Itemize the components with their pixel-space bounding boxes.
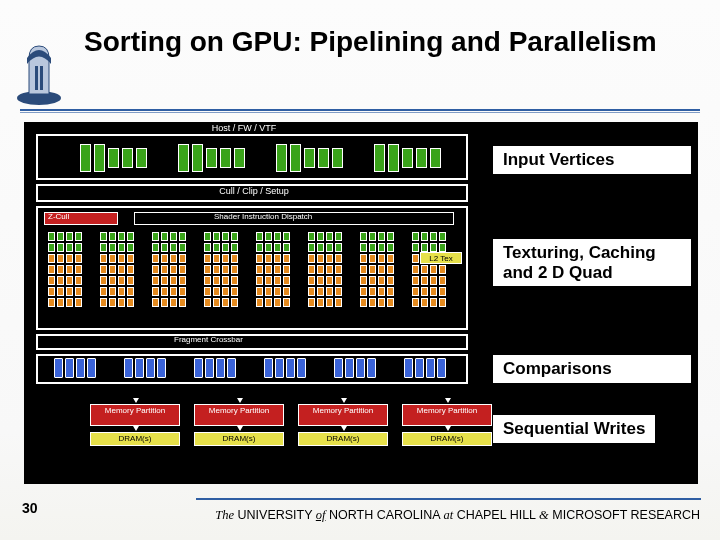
zcull-label: Z-Cull	[48, 212, 69, 221]
shader-cluster	[152, 232, 198, 324]
gpu-pipeline-diagram: Host / FW / VTF Cull / Clip / Setup Z-Cu…	[24, 122, 698, 484]
vertex-group	[276, 144, 343, 174]
shader-cluster	[100, 232, 146, 324]
shader-cluster	[256, 232, 302, 324]
fragment-crossbar-label: Fragment Crossbar	[174, 335, 243, 344]
cull-label: Cull / Clip / Setup	[164, 186, 344, 196]
footer-word: UNIVERSITY	[238, 508, 313, 522]
host-label: Host / FW / VTF	[144, 123, 344, 133]
rop-group	[394, 358, 456, 380]
memory-partition-label: Memory Partition	[298, 407, 388, 415]
rop-group	[114, 358, 176, 380]
footer-rule	[196, 498, 701, 500]
vertex-group	[178, 144, 245, 174]
callout-comparisons: Comparisons	[492, 354, 692, 384]
memory-partition-label: Memory Partition	[402, 407, 492, 415]
callout-input-vertices: Input Vertices	[492, 145, 692, 175]
vertex-group	[374, 144, 441, 174]
callout-sequential-writes: Sequential Writes	[486, 414, 692, 444]
title-rule	[20, 109, 700, 111]
shader-dispatch-label: Shader Instruction Dispatch	[214, 212, 312, 221]
footer-word: MICROSOFT RESEARCH	[552, 508, 700, 522]
shader-cluster	[360, 232, 406, 324]
footer-attribution: The UNIVERSITY of NORTH CAROLINA at CHAP…	[160, 508, 700, 523]
rop-group	[184, 358, 246, 380]
shader-cluster	[48, 232, 94, 324]
rop-group	[44, 358, 106, 380]
footer-word: NORTH CAROLINA	[329, 508, 440, 522]
memory-partition: Memory Partition DRAM(s)	[194, 404, 284, 446]
memory-partition: Memory Partition DRAM(s)	[90, 404, 180, 446]
dram-label: DRAM(s)	[402, 434, 492, 443]
memory-partition: Memory Partition DRAM(s)	[298, 404, 388, 446]
unc-logo	[14, 36, 64, 106]
stage-frame-frag	[36, 334, 468, 350]
slide-title: Sorting on GPU: Pipelining and Paralleli…	[84, 24, 684, 59]
memory-partition-label: Memory Partition	[90, 407, 180, 415]
shader-cluster	[308, 232, 354, 324]
footer-word: of	[316, 508, 326, 522]
footer-word: &	[539, 508, 549, 522]
rop-group	[324, 358, 386, 380]
memory-partition-label: Memory Partition	[194, 407, 284, 415]
page-number: 30	[22, 500, 38, 516]
shader-cluster	[204, 232, 250, 324]
memory-partition: Memory Partition DRAM(s)	[402, 404, 492, 446]
callout-texturing: Texturing, Caching and 2 D Quad	[492, 238, 692, 287]
footer-word: The	[215, 508, 234, 522]
l2-tex-label: L2 Tex	[420, 252, 462, 264]
vertex-group	[80, 144, 147, 174]
dram-label: DRAM(s)	[90, 434, 180, 443]
dram-label: DRAM(s)	[298, 434, 388, 443]
footer-word: CHAPEL HILL	[457, 508, 536, 522]
svg-rect-1	[35, 66, 38, 90]
shader-cluster	[412, 232, 458, 324]
rop-group	[254, 358, 316, 380]
svg-rect-2	[40, 66, 43, 90]
dram-label: DRAM(s)	[194, 434, 284, 443]
footer-word: at	[443, 508, 453, 522]
